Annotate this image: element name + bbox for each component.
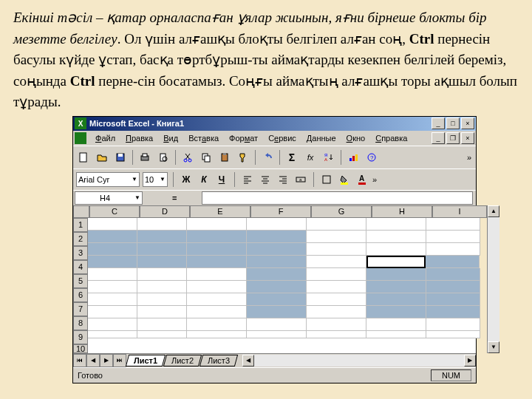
row-header[interactable]: 10 (73, 344, 88, 353)
undo-icon[interactable] (259, 149, 276, 166)
format-painter-icon[interactable] (234, 149, 252, 166)
cell[interactable] (187, 318, 247, 331)
cell[interactable] (307, 318, 366, 331)
cell[interactable] (187, 331, 247, 338)
menu-file[interactable]: Файл (91, 132, 120, 144)
open-icon[interactable] (93, 149, 111, 166)
cell[interactable] (88, 331, 137, 338)
scroll-right-icon[interactable]: ▶ (464, 355, 476, 366)
bold-button[interactable]: Ж (179, 172, 194, 187)
cell[interactable] (187, 218, 247, 231)
underline-button[interactable]: Ч (214, 172, 229, 187)
cell[interactable] (88, 281, 137, 293)
cell[interactable] (88, 293, 137, 306)
cell[interactable] (137, 306, 187, 318)
cell[interactable] (187, 256, 247, 268)
chart-icon[interactable] (344, 149, 362, 166)
cell[interactable] (366, 293, 426, 306)
cell[interactable] (366, 231, 426, 243)
sort-desc-icon[interactable]: ЯА (320, 149, 338, 166)
cell[interactable] (247, 256, 307, 268)
row-header[interactable]: 6 (73, 288, 88, 302)
close-button[interactable]: × (461, 117, 474, 129)
menu-edit[interactable]: Правка (121, 132, 157, 144)
cell[interactable] (366, 306, 426, 318)
cell[interactable] (88, 268, 137, 281)
row-header[interactable]: 8 (73, 316, 88, 330)
paste-icon[interactable] (216, 149, 233, 166)
font-color-icon[interactable]: A (355, 172, 369, 187)
cell[interactable] (366, 318, 426, 331)
cell[interactable] (88, 318, 137, 331)
sheet-tab[interactable]: Лист3 (200, 355, 238, 366)
cell[interactable] (307, 331, 366, 338)
align-left-icon[interactable] (240, 172, 255, 187)
cell[interactable] (137, 293, 187, 306)
menu-tools[interactable]: Сервис (264, 132, 301, 144)
select-all-corner[interactable] (73, 205, 89, 218)
print-icon[interactable] (136, 149, 154, 166)
row-header[interactable]: 7 (73, 302, 88, 316)
vertical-scrollbar[interactable]: ▲ ▼ (487, 205, 499, 353)
row-header[interactable]: 2 (73, 232, 88, 246)
row-header[interactable]: 5 (73, 274, 88, 288)
col-header[interactable]: G (311, 205, 372, 218)
chevron-down-icon[interactable]: ▼ (134, 194, 142, 201)
col-header[interactable]: C (89, 205, 140, 218)
tab-first-icon[interactable]: ⏮ (73, 354, 86, 367)
row-header[interactable]: 4 (73, 260, 88, 274)
cell[interactable] (307, 218, 366, 231)
tab-last-icon[interactable]: ⏭ (113, 354, 126, 367)
sheet-tab[interactable]: Лист2 (163, 355, 202, 366)
cell[interactable] (187, 268, 247, 281)
scroll-down-icon[interactable]: ▼ (488, 341, 499, 353)
row-header[interactable]: 9 (73, 330, 88, 344)
doc-close-button[interactable]: × (461, 132, 474, 144)
menu-window[interactable]: Окно (342, 132, 370, 144)
align-center-icon[interactable] (258, 172, 273, 187)
function-icon[interactable]: fx (301, 149, 319, 166)
fmt-more-icon[interactable]: » (372, 175, 377, 184)
cell[interactable] (88, 231, 137, 243)
menu-help[interactable]: Справка (371, 132, 412, 144)
col-header[interactable]: H (372, 205, 432, 218)
minimize-button[interactable]: _ (432, 117, 445, 129)
new-icon[interactable] (75, 149, 92, 166)
doc-minimize-button[interactable]: _ (432, 132, 445, 144)
cell[interactable] (426, 268, 480, 281)
cell[interactable] (88, 243, 137, 256)
cut-icon[interactable] (179, 149, 197, 166)
tab-prev-icon[interactable]: ◀ (86, 354, 100, 367)
scroll-left-icon[interactable]: ◀ (242, 355, 254, 366)
chevron-down-icon[interactable]: ▼ (132, 176, 137, 183)
cell[interactable] (426, 218, 480, 231)
font-combo[interactable]: Arial Cyr▼ (76, 172, 140, 187)
borders-icon[interactable] (319, 172, 334, 187)
cell[interactable] (88, 256, 137, 268)
cell[interactable] (366, 331, 426, 338)
cell[interactable] (187, 243, 247, 256)
formula-input[interactable] (202, 191, 473, 205)
cell[interactable] (426, 293, 480, 306)
cell[interactable] (247, 318, 307, 331)
horizontal-scrollbar[interactable]: ◀ ▶ (242, 355, 476, 366)
cell[interactable] (247, 243, 307, 256)
cell[interactable] (137, 318, 187, 331)
cell[interactable] (366, 256, 426, 268)
tab-next-icon[interactable]: ▶ (100, 354, 113, 367)
cell[interactable] (137, 268, 187, 281)
maximize-button[interactable]: □ (446, 117, 460, 129)
cell[interactable] (187, 281, 247, 293)
workbook-icon[interactable] (75, 132, 86, 144)
cell[interactable] (426, 306, 480, 318)
chevron-down-icon[interactable]: ▼ (160, 176, 166, 183)
cell[interactable] (137, 218, 187, 231)
cell[interactable] (137, 331, 187, 338)
name-box[interactable]: H4▼ (75, 191, 143, 205)
menu-insert[interactable]: Вставка (184, 132, 223, 144)
cell[interactable] (307, 281, 366, 293)
title-bar[interactable]: X Microsoft Excel - Книга1 _ □ × (73, 117, 476, 131)
cell[interactable] (426, 281, 480, 293)
cell[interactable] (247, 218, 307, 231)
scroll-up-icon[interactable]: ▲ (488, 205, 499, 217)
